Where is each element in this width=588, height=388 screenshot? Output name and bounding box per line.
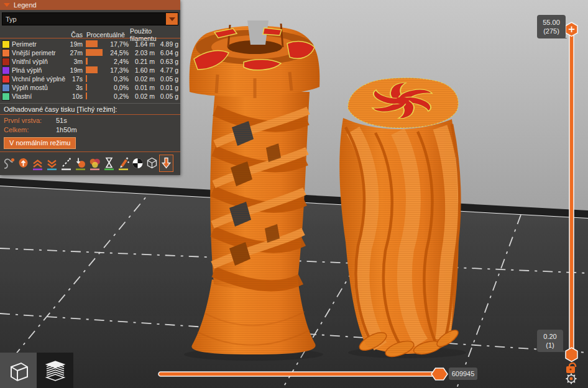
percent-bar-cell <box>83 58 105 66</box>
svg-text:609945: 609945 <box>452 370 475 377</box>
percent-bar-cell <box>83 84 105 92</box>
feature-color-swatch <box>2 58 10 66</box>
svg-text:0.20: 0.20 <box>543 333 556 340</box>
collapse-triangle-icon[interactable] <box>4 3 10 7</box>
legend-icon-toolbar <box>0 153 180 175</box>
feature-time: 19m <box>67 66 83 74</box>
feature-color-swatch <box>2 49 10 57</box>
feature-label: Vnitřní výplň <box>12 58 67 65</box>
feature-percent: 17,3% <box>105 66 129 74</box>
feature-weight: 0.05 g <box>155 92 178 100</box>
feature-length: 0.02 m <box>129 92 155 100</box>
moves-slider-handle[interactable] <box>431 368 448 380</box>
feature-time: 19m <box>67 40 83 48</box>
total-time-value: 1h50m <box>56 126 77 134</box>
chevron-down-icon <box>169 17 175 21</box>
separator <box>0 103 180 104</box>
feature-length: 2.03 m <box>129 49 155 56</box>
legend-row[interactable]: Perimetr 19m 17,7% 1.64 m 4.89 g <box>0 40 180 48</box>
layer-slider-bottom-tooltip: 0.20 (1) <box>537 330 566 352</box>
svg-text:(275): (275) <box>543 27 559 35</box>
feature-weight: 0.01 g <box>155 84 178 91</box>
deretractions-icon[interactable] <box>45 155 58 171</box>
first-layer-value: 51s <box>56 117 67 125</box>
percent-bar-cell <box>83 49 105 57</box>
feature-length: 1.60 m <box>129 66 155 74</box>
total-time-row: Celkem: 1h50m <box>0 125 180 135</box>
shells-icon[interactable] <box>145 155 158 171</box>
feature-percent: 0,2% <box>105 92 129 100</box>
percent-bar <box>86 58 88 65</box>
feature-time: 10s <box>67 92 83 100</box>
feature-time: 27m <box>67 49 83 56</box>
moves-slider-tooltip: 609945 <box>449 368 477 380</box>
view-type-value: Typ <box>2 13 166 25</box>
tool-marker-icon[interactable] <box>160 155 173 171</box>
custom-gcodes-icon[interactable] <box>117 155 130 171</box>
feature-color-swatch <box>2 66 10 74</box>
legend-row[interactable]: Vnější perimetr 27m 24,5% 2.03 m 6.04 g <box>0 48 180 57</box>
legend-row[interactable]: Plná výplň 19m 17,3% 1.60 m 4.77 g <box>0 66 180 74</box>
pause-prints-icon[interactable] <box>103 155 116 171</box>
color-changes-icon[interactable] <box>88 155 101 171</box>
legend-row[interactable]: Vrchní plné výplně 17s 0,3% 0.02 m 0.05 … <box>0 74 180 83</box>
feature-time: 3m <box>67 58 83 65</box>
retractions-icon[interactable] <box>31 155 44 171</box>
feature-percent: 0,0% <box>105 84 129 91</box>
feature-label: Vnější perimetr <box>12 49 67 56</box>
percent-bar <box>86 84 87 91</box>
feature-label: Plná výplň <box>12 66 67 74</box>
separator <box>0 151 180 152</box>
normal-mode-button[interactable]: V normálním režimu <box>4 137 76 149</box>
feature-length: 0.02 m <box>129 75 155 83</box>
separator <box>0 114 180 115</box>
feature-color-swatch <box>2 40 10 48</box>
wipe-icon[interactable] <box>17 155 30 171</box>
percent-bar <box>86 49 103 56</box>
feature-color-swatch <box>2 92 10 101</box>
layer-slider-top-handle[interactable] <box>566 22 577 37</box>
layer-slider-bottom-handle[interactable] <box>566 348 577 362</box>
legend-table-header: Čas Procentuálně Použito filamentu <box>0 27 180 37</box>
legend-row[interactable]: Výplň mostů 3s 0,0% 0.01 m 0.01 g <box>0 83 180 92</box>
estimates-title: Odhadované časy tisku [Tichý režim]: <box>0 105 180 114</box>
feature-weight: 4.89 g <box>155 40 178 48</box>
col-header-percent: Procentuálně <box>83 31 129 38</box>
tool-changes-icon[interactable] <box>74 155 87 171</box>
sliced-preview-view-button[interactable] <box>37 353 73 388</box>
percent-bar <box>86 66 98 73</box>
percent-bar <box>86 92 87 99</box>
legend-row[interactable]: Vnitřní výplň 3m 2,4% 0.21 m 0.63 g <box>0 57 180 66</box>
legend-title: Legend <box>14 1 37 9</box>
legend-table: Perimetr 19m 17,7% 1.64 m 4.89 g Vnější … <box>0 40 180 101</box>
feature-percent: 17,7% <box>105 40 129 48</box>
3d-editor-view-button[interactable] <box>0 353 37 388</box>
legend-panel-header[interactable]: Legend <box>0 0 180 10</box>
legend-row[interactable]: Vlastní 10s 0,2% 0.02 m 0.05 g <box>0 92 180 101</box>
legend-panel: Legend Typ Čas Procentuálně Použito fila… <box>0 0 180 175</box>
first-layer-row: První vrstva: 51s <box>0 116 180 125</box>
feature-time: 3s <box>67 84 83 91</box>
view-type-dropdown[interactable]: Typ <box>2 12 178 25</box>
percent-bar-cell <box>83 75 105 83</box>
feature-color-swatch <box>2 75 10 83</box>
feature-label: Vlastní <box>12 92 67 100</box>
first-layer-label: První vrstva: <box>4 117 56 125</box>
center-of-gravity-icon[interactable] <box>131 155 144 171</box>
seams-icon[interactable] <box>60 155 73 171</box>
feature-label: Vrchní plné výplně <box>12 75 67 83</box>
percent-bar <box>86 75 87 82</box>
feature-weight: 0.05 g <box>155 75 178 83</box>
travel-icon[interactable] <box>2 155 16 171</box>
feature-weight: 0.63 g <box>155 58 178 65</box>
view-mode-switcher <box>0 353 73 388</box>
col-header-time: Čas <box>67 31 83 38</box>
feature-percent: 2,4% <box>105 58 129 65</box>
feature-time: 17s <box>67 75 83 83</box>
feature-weight: 4.77 g <box>155 66 178 74</box>
feature-percent: 0,3% <box>105 75 129 83</box>
layers-stack-icon <box>42 357 69 384</box>
slider-settings-gear-icon[interactable] <box>566 374 577 384</box>
svg-text:55.00: 55.00 <box>543 19 560 26</box>
dropdown-button[interactable] <box>166 13 178 25</box>
